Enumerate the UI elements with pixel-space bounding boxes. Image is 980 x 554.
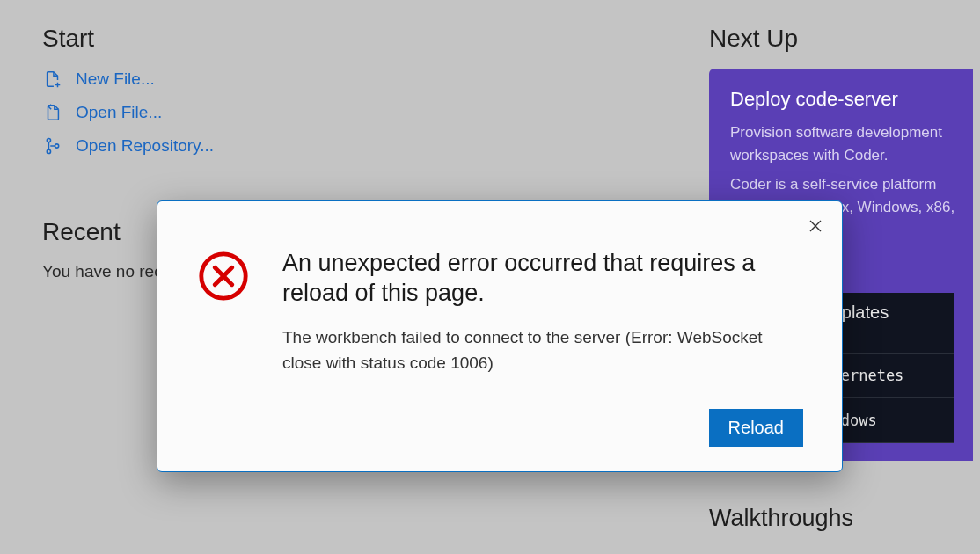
reload-button[interactable]: Reload [709,409,803,447]
link-label: New File... [76,69,155,89]
repo-icon [42,135,63,157]
dialog-message: The workbench failed to connect to the s… [282,324,803,376]
file-new-icon [42,69,63,90]
svg-point-1 [47,149,50,153]
start-links: New File... Open File... Open Repository… [42,69,674,157]
nextup-card-title: Deploy code-server [730,88,955,111]
dialog-title: An unexpected error occurred that requir… [282,249,803,309]
nextup-heading: Next Up [709,25,938,53]
nextup-card-body1: Provision software development workspace… [730,121,955,166]
new-file-link[interactable]: New File... [42,69,674,90]
open-repository-link[interactable]: Open Repository... [42,135,674,157]
link-label: Open Repository... [76,136,214,156]
error-dialog: An unexpected error occurred that requir… [157,200,843,472]
svg-point-2 [55,144,58,148]
close-button[interactable] [803,214,828,238]
error-icon [196,249,251,303]
link-label: Open File... [76,103,162,122]
walkthroughs-heading: Walkthroughs [709,505,938,532]
start-heading: Start [42,25,674,53]
open-file-link[interactable]: Open File... [42,102,674,123]
svg-point-0 [47,138,50,142]
file-open-icon [42,102,63,123]
dialog-actions: Reload [282,409,803,447]
dialog-body: An unexpected error occurred that requir… [282,249,803,447]
